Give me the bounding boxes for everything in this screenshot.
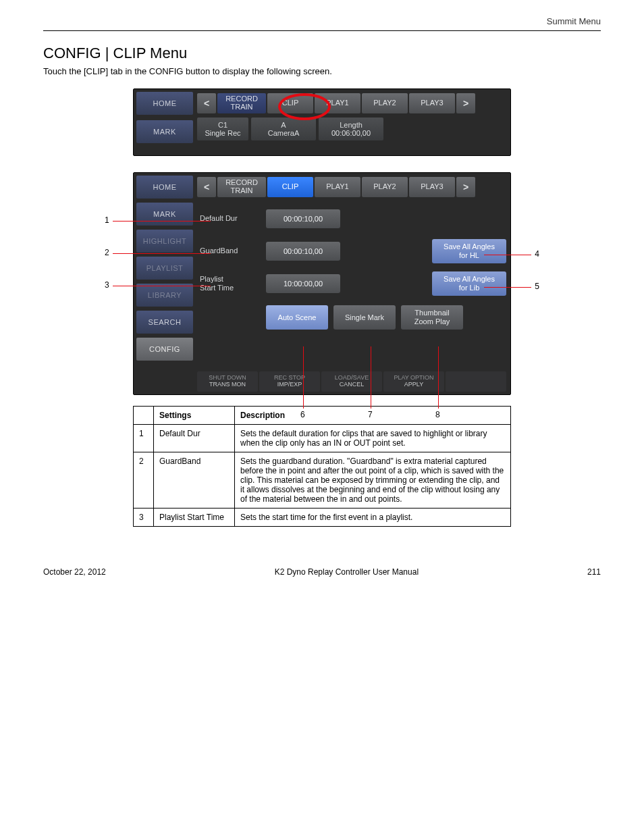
tab-play1[interactable]: PLAY1 [315, 93, 360, 113]
sidebar-config[interactable]: CONFIG [136, 338, 193, 361]
tab-play1[interactable]: PLAY1 [315, 177, 360, 197]
callout-4: 4 [535, 249, 539, 259]
table-row: 1 Default Dur Sets the default duration … [134, 425, 511, 452]
callout-3: 3 [105, 280, 109, 290]
row-toggles: Auto Scene Single Mark Thumbnail Zoom Pl… [197, 300, 506, 335]
page-footer: October 22, 2012 K2 Dyno Replay Controll… [43, 567, 601, 577]
header-right: Summit Menu [547, 16, 601, 26]
tabs-next[interactable]: > [456, 177, 475, 197]
bottom-4[interactable]: PLAY OPTIONAPPLY [383, 371, 444, 392]
figure-1: HOME MARK < RECORD TRAIN CLIP PLAY1 PLAY… [133, 88, 511, 156]
info-camera: A CameraA [251, 118, 316, 140]
mainarea-1: < RECORD TRAIN CLIP PLAY1 PLAY2 PLAY3 > … [197, 92, 506, 153]
sidebar-library[interactable]: LIBRARY [136, 284, 193, 307]
table-row: 3 Playlist Start Time Sets the start tim… [134, 509, 511, 527]
bottom-5 [446, 371, 506, 392]
tabs-next[interactable]: > [456, 93, 475, 113]
page: Summit Menu CONFIG | CLIP Menu Touch the… [0, 0, 644, 834]
tab-play2[interactable]: PLAY2 [362, 93, 408, 113]
tab-clip[interactable]: CLIP [267, 93, 313, 113]
sidebar-2: HOME MARK HIGHLIGHT PLAYLIST LIBRARY SEA… [136, 176, 193, 361]
page-header: Summit Menu [43, 16, 601, 31]
btn-auto-scene[interactable]: Auto Scene [266, 305, 328, 330]
sidebar-home[interactable]: HOME [136, 176, 193, 199]
bottom-2[interactable]: REC STOPIMP/EXP [259, 371, 320, 392]
figure-2: HOME MARK HIGHLIGHT PLAYLIST LIBRARY SEA… [113, 172, 531, 395]
tab-play3[interactable]: PLAY3 [409, 93, 455, 113]
bottom-3[interactable]: LOAD/SAVECANCEL [321, 371, 382, 392]
info-row: C1 Single Rec A CameraA Length 00:06:00,… [197, 118, 506, 140]
callout-2: 2 [105, 248, 109, 257]
bottom-1[interactable]: SHUT DOWNTRANS MON [197, 371, 258, 392]
tab-record-train[interactable]: RECORD TRAIN [217, 177, 266, 197]
btn-save-angles-hl[interactable]: Save All Angles for HL [432, 239, 506, 263]
value-playlist-start[interactable]: 10:00:00,00 [266, 274, 340, 293]
tab-clip-active[interactable]: CLIP [267, 177, 313, 197]
table-header: Settings Description [134, 407, 511, 425]
tabs-2: < RECORD TRAIN CLIP PLAY1 PLAY2 PLAY3 > [197, 176, 506, 199]
callout-1: 1 [105, 215, 109, 225]
info-length: Length 00:06:00,00 [319, 118, 383, 140]
tabs-1: < RECORD TRAIN CLIP PLAY1 PLAY2 PLAY3 > [197, 92, 506, 115]
row-playlist-start: Playlist Start Time 10:00:00,00 Save All… [197, 267, 506, 300]
btn-save-angles-lib[interactable]: Save All Angles for Lib [432, 271, 506, 296]
info-c1: C1 Single Rec [197, 118, 248, 140]
label-guardband: GuardBand [197, 246, 259, 255]
value-default-dur[interactable]: 00:00:10,00 [266, 209, 340, 228]
callout-5: 5 [535, 282, 539, 291]
sidebar-playlist[interactable]: PLAYLIST [136, 257, 193, 280]
section-subtitle: Touch the [CLIP] tab in the CONFIG butto… [43, 66, 601, 76]
section-title: CONFIG | CLIP Menu [43, 45, 601, 62]
sidebar-mark[interactable]: MARK [136, 203, 193, 226]
label-playlist-start: Playlist Start Time [197, 275, 259, 292]
tab-play2[interactable]: PLAY2 [362, 177, 408, 197]
footer-right: 211 [587, 567, 601, 577]
bottom-bar: SHUT DOWNTRANS MON REC STOPIMP/EXP LOAD/… [197, 371, 506, 392]
row-guardband: GuardBand 00:00:10,00 Save All Angles fo… [197, 235, 506, 267]
touch-panel-2: HOME MARK HIGHLIGHT PLAYLIST LIBRARY SEA… [133, 172, 511, 395]
sidebar-home[interactable]: HOME [136, 92, 193, 115]
sidebar-1: HOME MARK [136, 92, 193, 143]
footer-center: K2 Dyno Replay Controller User Manual [275, 567, 419, 577]
sidebar-mark[interactable]: MARK [136, 120, 193, 143]
settings-body: Default Dur 00:00:10,00 GuardBand 00:00:… [197, 203, 506, 374]
row-default-dur: Default Dur 00:00:10,00 [197, 203, 506, 235]
tab-record-train[interactable]: RECORD TRAIN [217, 93, 266, 113]
tab-play3[interactable]: PLAY3 [409, 177, 455, 197]
tabs-prev[interactable]: < [197, 93, 216, 113]
settings-table: Settings Description 1 Default Dur Sets … [133, 406, 511, 527]
footer-left: October 22, 2012 [43, 567, 106, 577]
value-guardband[interactable]: 00:00:10,00 [266, 242, 340, 261]
sidebar-highlight[interactable]: HIGHLIGHT [136, 230, 193, 253]
sidebar-search[interactable]: SEARCH [136, 311, 193, 334]
btn-thumb-zoom[interactable]: Thumbnail Zoom Play [401, 305, 463, 330]
header-left [43, 16, 46, 26]
touch-panel-1: HOME MARK < RECORD TRAIN CLIP PLAY1 PLAY… [133, 88, 511, 156]
table-row: 2 GuardBand Sets the guardband duration.… [134, 452, 511, 509]
btn-single-mark[interactable]: Single Mark [333, 305, 396, 330]
label-default-dur: Default Dur [197, 214, 259, 223]
tabs-prev[interactable]: < [197, 177, 216, 197]
